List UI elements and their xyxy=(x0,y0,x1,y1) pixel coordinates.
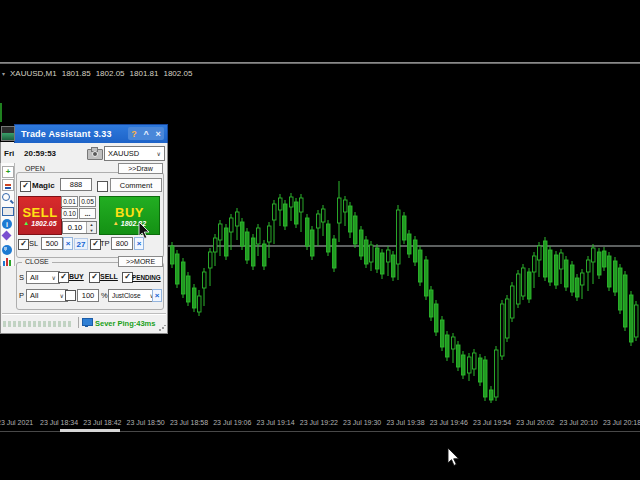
close-buy-checkbox[interactable]: ✓ xyxy=(58,272,69,283)
buy-button-label: BUY xyxy=(115,205,144,220)
symbol-dropdown-value: XAUUSD xyxy=(108,149,139,158)
sl-label: SL xyxy=(29,239,38,248)
percent-checkbox[interactable] xyxy=(65,290,76,301)
time-axis-label: 23 Jul 19:22 xyxy=(300,419,338,426)
percent-field[interactable]: 100 xyxy=(77,289,99,302)
symbol-dropdown[interactable]: XAUUSD ∨ xyxy=(104,146,165,161)
sell-button[interactable]: SELL ▲ 1802.05 xyxy=(18,196,62,235)
s-filter-dropdown[interactable]: All ∨ xyxy=(26,271,60,284)
news-icon[interactable] xyxy=(2,179,14,191)
panel-title: Trade Assistant 3.33 xyxy=(15,129,112,139)
info-icon[interactable]: i xyxy=(2,219,12,229)
titlebar-buttons: ? ^ × xyxy=(128,127,164,140)
buy-arrow-icon: ▲ xyxy=(113,220,119,226)
sl-field[interactable]: 500 xyxy=(41,237,63,250)
time-axis-label: 23 Jul 20:10 xyxy=(560,419,598,426)
more-button[interactable]: >>MORE xyxy=(118,256,163,267)
panel-mouse-cursor xyxy=(138,221,152,240)
close-sell-checkbox[interactable]: ✓ xyxy=(89,272,100,283)
magic-number-field[interactable]: 888 xyxy=(60,178,92,191)
picture-icon xyxy=(1,126,15,141)
watermark-text xyxy=(3,321,73,327)
status-divider xyxy=(78,317,79,328)
globe-icon[interactable] xyxy=(2,245,12,255)
spin-down-icon[interactable]: ▼ xyxy=(87,228,96,234)
time-axis-label: 23 Jul 19:06 xyxy=(213,419,251,426)
server-monitor-icon xyxy=(82,318,92,327)
server-ping-status: Sever Ping:43ms xyxy=(95,319,155,328)
sl-clear-button[interactable]: × xyxy=(63,237,73,250)
magic-checkbox[interactable]: ✓ xyxy=(20,181,31,192)
lot-preset-001[interactable]: 0.01 xyxy=(61,196,78,207)
chart-scrollbar-thumb[interactable] xyxy=(60,429,120,432)
lot-size-stepper[interactable]: 0.10 ▲ ▼ xyxy=(62,221,97,234)
time-axis-label: 23 Jul 19:46 xyxy=(430,419,468,426)
comment-checkbox[interactable] xyxy=(97,181,108,192)
collapse-button[interactable]: ^ xyxy=(143,129,148,139)
sell-arrow-icon: ▲ xyxy=(23,220,29,226)
magic-label: Magic xyxy=(32,181,55,190)
draw-button[interactable]: >>Draw xyxy=(118,163,163,174)
time-axis-label: 23 Jul 19:30 xyxy=(343,419,381,426)
p-row-label: P xyxy=(19,291,24,300)
day-label: Fri xyxy=(4,149,14,158)
lot-size-value[interactable]: 0.10 xyxy=(63,222,87,233)
time-axis-label: 23 Jul 18:50 xyxy=(127,419,165,426)
chevron-down-icon: ∨ xyxy=(52,274,56,281)
lot-more-button[interactable]: ... xyxy=(79,208,96,219)
time-axis-label: 23 Jul 18:34 xyxy=(40,419,78,426)
close-pending-label: PENDING xyxy=(132,274,161,281)
mt4-window: ▾ XAUUSD,M1 1801.85 1802.05 1801.81 1802… xyxy=(0,0,640,480)
sl-checkbox[interactable]: ✓ xyxy=(18,239,29,250)
status-separator xyxy=(2,313,166,314)
spread-badge: 27 xyxy=(74,238,88,250)
comment-button[interactable]: Comment xyxy=(110,178,162,192)
add-page-icon[interactable]: + xyxy=(2,166,14,178)
p-filter-dropdown[interactable]: All ∨ xyxy=(26,289,68,302)
close-button[interactable]: × xyxy=(155,129,160,139)
s-row-label: S xyxy=(19,273,24,282)
time-axis-label: 23 Jul 20:02 xyxy=(516,419,554,426)
magnifier-icon[interactable] xyxy=(2,193,10,201)
close-buy-label: BUY xyxy=(69,273,84,280)
time-axis-label: 23 Jul 2021 xyxy=(0,419,33,426)
time-axis-label: 23 Jul 19:38 xyxy=(386,419,424,426)
help-button[interactable]: ? xyxy=(131,129,137,139)
chevron-down-icon: ∨ xyxy=(60,292,64,299)
percent-sign: % xyxy=(101,291,108,300)
time-axis-label: 23 Jul 19:54 xyxy=(473,419,511,426)
bottom-mouse-cursor xyxy=(447,447,462,467)
close-sell-label: SELL xyxy=(100,273,118,280)
bar-chart-icon[interactable] xyxy=(2,256,12,266)
time-axis-label: 23 Jul 20:18 xyxy=(603,419,640,426)
diamond-icon[interactable] xyxy=(2,231,12,241)
time-axis-label: 23 Jul 18:42 xyxy=(83,419,121,426)
lot-preset-010[interactable]: 0.10 xyxy=(61,208,78,219)
chevron-down-icon: ∨ xyxy=(157,150,161,157)
s-filter-value: All xyxy=(30,273,38,282)
tp-field[interactable]: 800 xyxy=(111,237,133,250)
close-group-label: CLOSE xyxy=(22,258,52,265)
close-all-button[interactable]: × xyxy=(152,289,162,302)
time-axis-label: 23 Jul 18:58 xyxy=(170,419,208,426)
close-group xyxy=(16,262,164,310)
p-filter-value: All xyxy=(30,291,38,300)
panel-icon-strip: + i xyxy=(0,163,15,266)
panel-titlebar[interactable]: Trade Assistant 3.33 ? ^ × xyxy=(14,124,168,143)
resize-grip[interactable] xyxy=(159,324,166,331)
time-axis-label: 23 Jul 19:14 xyxy=(257,419,295,426)
lot-preset-005[interactable]: 0.05 xyxy=(79,196,96,207)
screenshot-camera-icon[interactable] xyxy=(87,147,101,159)
close-mode-value: JustClose xyxy=(112,292,141,299)
mail-icon[interactable] xyxy=(2,207,14,216)
sell-button-label: SELL xyxy=(22,205,57,220)
open-group-label: OPEN xyxy=(22,165,48,172)
tp-label: TP xyxy=(100,239,110,248)
sell-price: 1802.05 xyxy=(31,220,56,227)
close-mode-dropdown[interactable]: JustClose ∨ xyxy=(108,289,158,302)
clock-label: 20:59:53 xyxy=(24,149,56,158)
